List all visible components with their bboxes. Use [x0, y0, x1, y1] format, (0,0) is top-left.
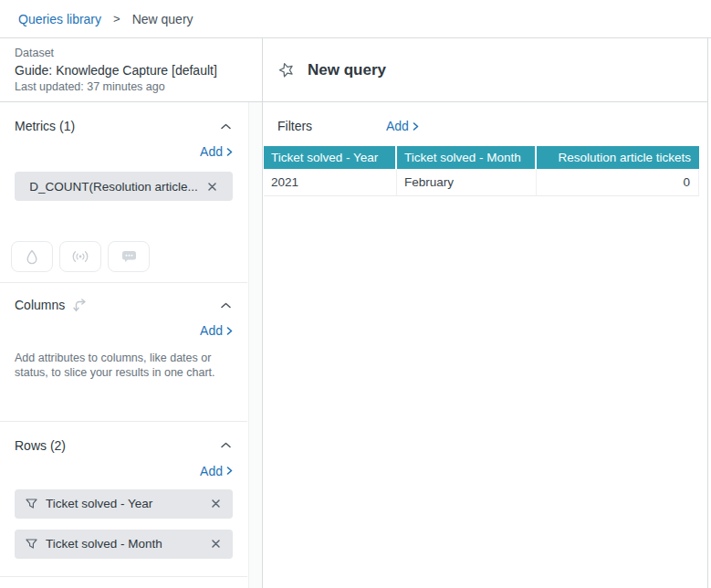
- result-table-cell: 2021: [264, 169, 397, 196]
- query-header: New query: [263, 38, 707, 102]
- chevron-right-icon: [226, 148, 233, 156]
- breadcrumb-queries-library-link[interactable]: Queries library: [18, 12, 101, 26]
- row-chip-label: Ticket solved - Year: [46, 497, 152, 510]
- breadcrumb: Queries library > New query: [0, 0, 711, 38]
- rows-section-title: Rows (2): [15, 438, 66, 453]
- query-result-panel: New query Filters Add Ticket solved - Ye…: [263, 38, 708, 588]
- section-divider: [0, 576, 247, 577]
- dataset-info: Dataset Guide: Knowledge Capture [defaul…: [0, 38, 262, 102]
- filter-funnel-icon: [26, 499, 37, 509]
- droplet-tool-button[interactable]: [11, 241, 53, 272]
- metrics-section-title: Metrics (1): [15, 119, 75, 133]
- rows-section: Rows (2) Add: [0, 422, 247, 576]
- rows-add-label: Add: [200, 464, 223, 478]
- columns-collapse-button[interactable]: [219, 300, 233, 310]
- dataset-name: Guide: Knowledge Capture [default]: [15, 63, 247, 79]
- metric-chip[interactable]: D_COUNT(Resolution article...: [15, 172, 233, 201]
- rows-add-link[interactable]: Add: [200, 464, 233, 478]
- filters-label: Filters: [277, 119, 386, 133]
- chat-icon: [121, 250, 137, 263]
- columns-add-link[interactable]: Add: [200, 323, 233, 338]
- columns-section-title: Columns: [15, 298, 65, 312]
- result-table: Ticket solved - Year Ticket solved - Mon…: [264, 146, 707, 196]
- result-table-header: Resolution article tickets: [537, 146, 699, 169]
- favorite-star-icon[interactable]: [277, 61, 296, 79]
- row-chip-year-remove-button[interactable]: [210, 498, 222, 509]
- columns-add-label: Add: [200, 323, 223, 338]
- chevron-up-icon: [221, 123, 231, 130]
- filters-add-link[interactable]: Add: [386, 119, 419, 133]
- droplet-icon: [26, 249, 38, 265]
- rows-collapse-button[interactable]: [219, 440, 233, 450]
- row-chip-year[interactable]: Ticket solved - Year: [15, 489, 233, 519]
- metrics-add-link[interactable]: Add: [200, 144, 233, 159]
- result-table-header: Ticket solved - Year: [264, 146, 395, 169]
- chevron-right-icon: [226, 327, 233, 335]
- metrics-section: Metrics (1) Add: [0, 102, 247, 282]
- row-chip-label: Ticket solved - Month: [46, 537, 162, 551]
- row-chip-month[interactable]: Ticket solved - Month: [15, 530, 233, 559]
- result-table-cell: February: [397, 169, 537, 196]
- dataset-last-updated: Last updated: 37 minutes ago: [15, 80, 247, 95]
- chevron-up-icon: [221, 302, 231, 309]
- chevron-up-icon: [221, 442, 231, 448]
- pivot-arrows-icon: [72, 299, 88, 312]
- close-icon: [212, 499, 220, 508]
- metrics-add-label: Add: [200, 144, 223, 159]
- result-table-cell: 0: [537, 169, 699, 196]
- metrics-collapse-button[interactable]: [219, 121, 233, 131]
- filters-row: Filters Add: [263, 102, 707, 133]
- result-table-header: Ticket solved - Month: [397, 146, 535, 169]
- visualization-tool-buttons: [11, 241, 233, 282]
- metric-chip-remove-button[interactable]: [206, 181, 218, 193]
- columns-help-text: Add attributes to columns, like dates or…: [15, 351, 226, 421]
- chevron-right-icon: [226, 467, 233, 475]
- filter-funnel-icon: [26, 539, 37, 550]
- result-table-row: 2021 February 0: [264, 169, 707, 196]
- query-builder-sidebar: Dataset Guide: Knowledge Capture [defaul…: [0, 38, 263, 588]
- close-icon: [212, 540, 220, 548]
- metric-chip-label: D_COUNT(Resolution article...: [29, 180, 198, 194]
- result-table-header-row: Ticket solved - Year Ticket solved - Mon…: [264, 146, 707, 169]
- broadcast-tool-button[interactable]: [59, 241, 101, 272]
- chevron-right-icon: [413, 122, 419, 131]
- breadcrumb-current-page: New query: [132, 12, 193, 26]
- close-icon: [208, 183, 216, 191]
- dataset-label: Dataset: [15, 47, 247, 61]
- query-title: New query: [308, 61, 386, 79]
- sidebar-scroll-area: Metrics (1) Add: [0, 102, 262, 588]
- columns-section: Columns: [0, 283, 247, 421]
- sidebar-scrollbar-gutter[interactable]: [248, 102, 262, 588]
- filters-add-label: Add: [386, 119, 409, 133]
- comment-tool-button[interactable]: [108, 241, 150, 272]
- breadcrumb-separator: >: [113, 12, 120, 26]
- broadcast-icon: [71, 250, 89, 263]
- row-chip-month-remove-button[interactable]: [210, 538, 222, 550]
